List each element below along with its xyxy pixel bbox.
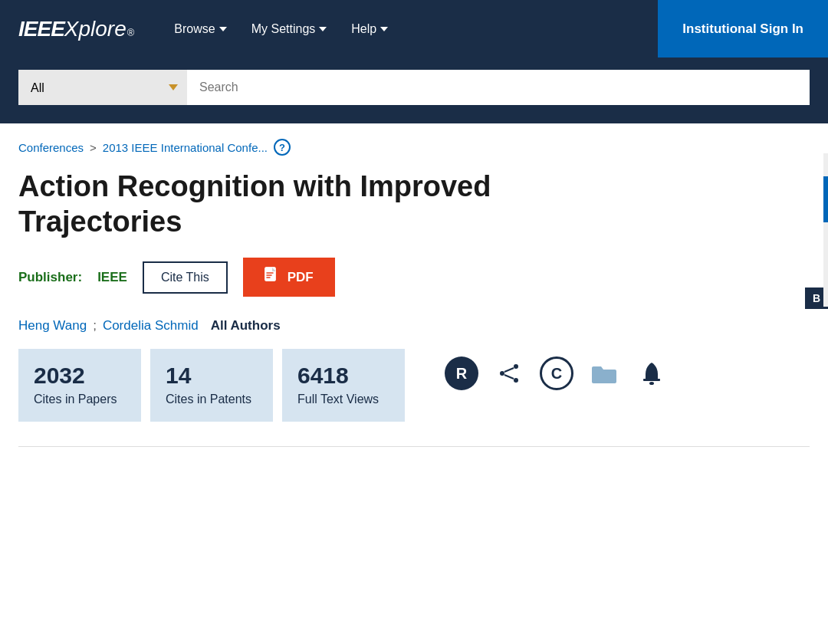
logo-ieee: IEEE (18, 17, 64, 41)
breadcrumb: Conferences > 2013 IEEE International Co… (18, 139, 810, 156)
logo-registered: ® (127, 27, 135, 38)
logo: IEEE Xplore ® (18, 17, 134, 41)
authors-row: Heng Wang ; Cordelia Schmid All Authors (18, 318, 810, 334)
cites-patents-number: 14 (166, 363, 258, 389)
cites-patents-label: Cites in Patents (166, 393, 251, 406)
nav-my-settings[interactable]: My Settings (242, 16, 337, 42)
nav-help[interactable]: Help (342, 16, 397, 42)
all-authors-button[interactable]: All Authors (211, 318, 281, 334)
svg-point-4 (514, 378, 518, 383)
svg-point-8 (649, 382, 654, 385)
metric-cites-patents[interactable]: 14 Cites in Patents (150, 349, 273, 422)
cites-papers-number: 2032 (34, 363, 126, 389)
full-text-views-number: 6418 (297, 363, 389, 389)
scroll-bar (823, 153, 828, 307)
article-title: Action Recognition with Improved Traject… (18, 169, 632, 239)
svg-line-6 (504, 375, 514, 379)
scroll-thumb (823, 176, 828, 222)
action-icons: R C (445, 356, 669, 390)
svg-point-3 (500, 371, 504, 376)
full-text-views-label: Full Text Views (297, 393, 379, 406)
breadcrumb-separator: > (90, 141, 97, 154)
browse-chevron-icon (219, 27, 227, 31)
search-area: All Journals Conferences Books Standards… (0, 58, 828, 123)
pdf-label: PDF (288, 270, 314, 285)
metric-full-text-views[interactable]: 6418 Full Text Views (282, 349, 405, 422)
pdf-icon (264, 267, 280, 288)
metric-cites-papers[interactable]: 2032 Cites in Papers (18, 349, 141, 422)
content-divider (18, 446, 810, 447)
search-select-wrapper: All Journals Conferences Books Standards… (18, 70, 187, 105)
settings-chevron-icon (319, 27, 327, 31)
search-input[interactable] (187, 70, 810, 105)
breadcrumb-conferences[interactable]: Conferences (18, 141, 84, 154)
cite-this-button[interactable]: Cite This (143, 261, 228, 294)
author-separator: ; (93, 318, 97, 334)
svg-line-5 (504, 368, 514, 372)
sign-in-button[interactable]: Institutional Sign In (658, 0, 828, 58)
help-chevron-icon (380, 27, 388, 31)
breadcrumb-conference[interactable]: 2013 IEEE International Confe... (103, 141, 268, 154)
search-category-select[interactable]: All Journals Conferences Books Standards… (18, 70, 187, 105)
breadcrumb-help-icon[interactable]: ? (274, 139, 291, 156)
header: IEEE Xplore ® Browse My Settings Help In… (0, 0, 828, 58)
metrics-and-actions: 2032 Cites in Papers 14 Cites in Patents… (18, 349, 810, 440)
svg-point-2 (514, 364, 518, 369)
svg-rect-7 (643, 379, 660, 381)
author-heng-wang[interactable]: Heng Wang (18, 318, 87, 334)
pdf-button[interactable]: PDF (243, 258, 335, 297)
folder-icon[interactable] (587, 356, 621, 390)
copyright-icon[interactable]: C (540, 356, 573, 390)
metrics-row: 2032 Cites in Papers 14 Cites in Patents… (18, 349, 414, 422)
logo-xplore: Xplore (64, 17, 127, 41)
publisher-label: Publisher: (18, 270, 82, 285)
cites-papers-label: Cites in Papers (34, 393, 117, 406)
research-gate-icon[interactable]: R (445, 356, 478, 390)
share-icon[interactable] (492, 356, 526, 390)
alert-icon[interactable] (635, 356, 669, 390)
nav-browse[interactable]: Browse (165, 16, 235, 42)
author-cordelia-schmid[interactable]: Cordelia Schmid (103, 318, 199, 334)
main-content: Conferences > 2013 IEEE International Co… (0, 123, 828, 447)
publisher-row: Publisher: IEEE Cite This PDF (18, 258, 810, 297)
publisher-name: IEEE (97, 270, 127, 285)
